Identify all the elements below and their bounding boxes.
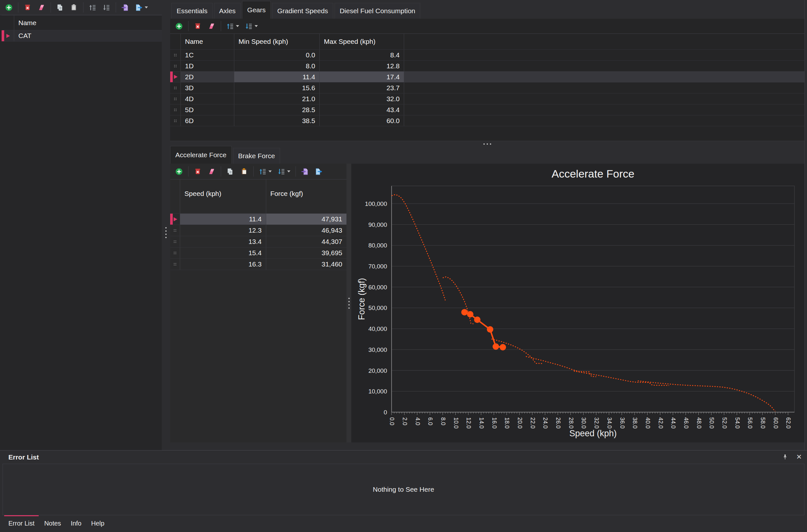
left-splitter[interactable] <box>162 15 170 450</box>
tab-accelerate-force[interactable]: Accelerate Force <box>170 146 232 164</box>
row-handle[interactable] <box>170 214 180 225</box>
row-handle[interactable] <box>170 82 181 93</box>
force-row[interactable]: 12.3 46,943 <box>170 225 346 236</box>
close-icon[interactable]: ✕ <box>796 453 802 461</box>
bottom-tab-error-list[interactable]: Error List <box>4 515 39 531</box>
svg-text:24.0: 24.0 <box>542 417 548 429</box>
gear-max-speed-cell: 8.4 <box>320 50 404 60</box>
gears-toolbar <box>170 19 804 34</box>
error-list-panel: Error List ✕ Nothing to See Here Error L… <box>0 450 807 532</box>
force-speed-cell: 13.4 <box>180 236 266 247</box>
move-down-button[interactable] <box>99 2 113 13</box>
data-point-marker[interactable] <box>474 317 481 323</box>
paste-button[interactable] <box>67 2 81 13</box>
row-handle[interactable] <box>170 115 181 126</box>
force-row[interactable]: 11.4 47,931 <box>170 214 346 225</box>
delete-icon <box>23 3 32 12</box>
move-down-button[interactable] <box>242 21 261 32</box>
import-button[interactable] <box>298 166 312 177</box>
app-window: Name CAT EssentialsAxlesGearsGradient Sp… <box>0 0 807 532</box>
vehicle-column-header-name[interactable]: Name <box>14 16 162 30</box>
row-handle[interactable] <box>170 93 181 104</box>
erase-button[interactable] <box>205 21 219 32</box>
tab-diesel-fuel-consumption[interactable]: Diesel Fuel Consumption <box>335 3 420 19</box>
tab-gears[interactable]: Gears <box>242 1 271 19</box>
paste-button[interactable] <box>237 166 251 177</box>
chart-splitter[interactable] <box>346 164 351 442</box>
export-button[interactable] <box>132 2 151 13</box>
gear-row-3d[interactable]: 3D 15.6 23.7 <box>170 82 804 93</box>
dropdown-caret-icon <box>145 6 148 8</box>
gear-row-1d[interactable]: 1D 8.0 12.8 <box>170 61 804 72</box>
force-row[interactable]: 16.3 31,460 <box>170 259 346 270</box>
gear-row-4d[interactable]: 4D 21.0 32.0 <box>170 93 804 104</box>
gear-row-2d[interactable]: 2D 11.4 17.4 <box>170 72 804 82</box>
force-row[interactable]: 13.4 44,307 <box>170 236 346 247</box>
svg-text:36.0: 36.0 <box>619 417 625 429</box>
tab-axles[interactable]: Axles <box>214 3 241 19</box>
svg-text:2.0: 2.0 <box>401 417 408 425</box>
delete-button[interactable] <box>191 166 205 177</box>
force-value-cell: 44,307 <box>266 236 346 247</box>
import-button[interactable] <box>118 2 132 13</box>
gears-column-header-max-speed[interactable]: Max Speed (kph) <box>320 34 404 49</box>
move-up-button[interactable] <box>256 166 275 177</box>
data-point-marker[interactable] <box>467 311 473 317</box>
gears-column-header-min-speed[interactable]: Min Speed (kph) <box>234 34 320 49</box>
move-up-button[interactable] <box>223 21 242 32</box>
add-button[interactable] <box>172 166 186 177</box>
row-handle[interactable] <box>170 104 181 115</box>
move-down-button[interactable] <box>275 166 293 177</box>
bottom-tab-help[interactable]: Help <box>87 515 109 531</box>
row-handle[interactable] <box>170 61 181 71</box>
add-button[interactable] <box>172 21 186 32</box>
bottom-tab-strip: Error ListNotesInfoHelp <box>4 515 109 531</box>
svg-text:8.0: 8.0 <box>440 417 446 425</box>
horizontal-splitter[interactable] <box>170 141 804 147</box>
move-up-button[interactable] <box>86 2 99 13</box>
erase-button[interactable] <box>35 2 48 13</box>
tab-gradient-speeds[interactable]: Gradient Speeds <box>272 3 333 19</box>
gear-row-5d[interactable]: 5D 28.5 43.4 <box>170 104 804 115</box>
erase-icon <box>208 22 215 30</box>
row-handle[interactable] <box>170 236 180 247</box>
bottom-tab-notes[interactable]: Notes <box>40 515 65 531</box>
data-point-marker[interactable] <box>461 309 468 316</box>
row-handle[interactable] <box>170 50 181 60</box>
row-handle[interactable] <box>2 30 14 41</box>
gears-column-header-name[interactable]: Name <box>181 34 234 49</box>
gear-min-speed-cell: 8.0 <box>234 61 320 71</box>
row-handle[interactable] <box>170 72 181 82</box>
erase-button[interactable] <box>205 166 219 177</box>
copy-button[interactable] <box>223 166 237 177</box>
data-point-marker[interactable] <box>487 326 493 332</box>
copy-button[interactable] <box>53 2 67 13</box>
row-handle[interactable] <box>170 259 180 270</box>
row-handle[interactable] <box>170 247 180 259</box>
svg-text:50,000: 50,000 <box>368 304 387 311</box>
force-value-cell: 31,460 <box>266 259 346 270</box>
pin-icon[interactable] <box>782 454 788 460</box>
gear-row-1c[interactable]: 1C 0.0 8.4 <box>170 50 804 61</box>
splitter-grip-icon <box>165 227 167 238</box>
tab-brake-force[interactable]: Brake Force <box>233 148 280 164</box>
data-point-marker[interactable] <box>500 344 506 350</box>
tab-essentials[interactable]: Essentials <box>171 3 213 19</box>
gear-name-cell: 5D <box>181 104 234 115</box>
svg-text:4.0: 4.0 <box>414 417 421 425</box>
delete-button[interactable] <box>191 21 205 32</box>
force-value-cell: 39,695 <box>266 247 346 259</box>
data-point-marker[interactable] <box>492 343 499 350</box>
bottom-tab-info[interactable]: Info <box>67 515 86 531</box>
vehicle-row-cat[interactable]: CAT <box>2 30 162 42</box>
add-button[interactable] <box>2 2 16 13</box>
row-handle[interactable] <box>170 225 180 236</box>
gear-curve-3d <box>491 339 543 363</box>
export-button[interactable] <box>312 166 326 177</box>
gear-curve-6d <box>638 381 775 412</box>
gear-name-cell: 6D <box>181 115 234 126</box>
gear-name-cell: 4D <box>181 93 234 104</box>
delete-button[interactable] <box>21 2 35 13</box>
force-row[interactable]: 15.4 39,695 <box>170 247 346 259</box>
gear-row-6d[interactable]: 6D 38.5 60.0 <box>170 115 804 126</box>
